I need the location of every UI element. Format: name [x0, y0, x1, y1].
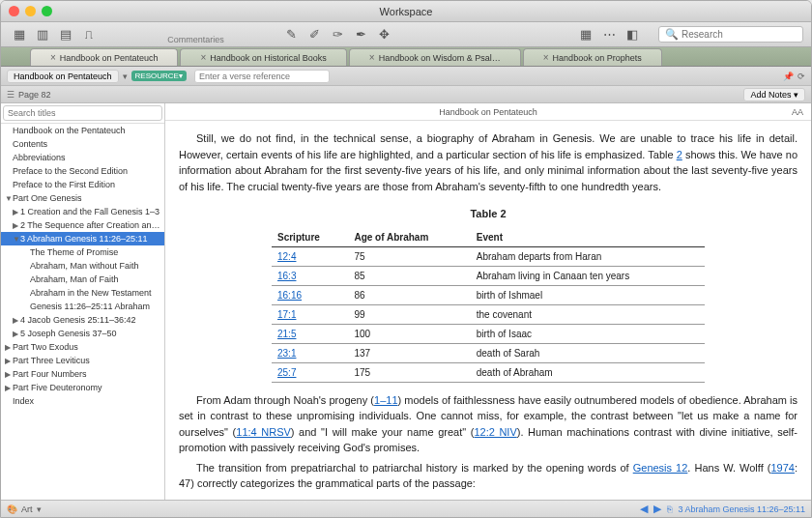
scripture-link[interactable]: 12:2 NIV	[474, 426, 516, 438]
sidebar-item[interactable]: ▶1 Creation and the Fall Genesis 1–3	[1, 205, 164, 218]
sidebar-item[interactable]: ▶5 Joseph Genesis 37–50	[1, 327, 164, 340]
bookmark-icon[interactable]: ⎘	[667, 504, 672, 514]
new-note-button[interactable]: ▦	[9, 25, 30, 44]
page-label: Page 82	[18, 90, 51, 100]
close-window-button[interactable]	[9, 6, 19, 16]
podium-button[interactable]: ⎍	[78, 25, 100, 44]
table-row: 23:1137death of Sarah	[272, 343, 705, 362]
search-icon: 🔍	[665, 28, 679, 41]
highlight-button[interactable]: ✑	[327, 25, 348, 44]
sidebar-item[interactable]: Abbreviations	[1, 151, 164, 164]
sidebar-item-label: 5 Joseph Genesis 37–50	[20, 329, 117, 338]
content-body[interactable]: Still, we do not find, in the technical …	[165, 121, 811, 500]
sidebar-item[interactable]: Abraham in the New Testament	[1, 286, 164, 300]
tree-arrow-icon[interactable]: ▼	[13, 235, 20, 244]
minimize-window-button[interactable]	[25, 6, 36, 16]
text-size-control[interactable]: AA	[792, 107, 803, 117]
chevron-down-icon[interactable]: ▾	[37, 504, 42, 514]
tree-arrow-icon[interactable]: ▶	[13, 330, 20, 338]
status-location[interactable]: 3 Abraham Genesis 11:26–25:11	[678, 504, 805, 514]
sidebar-item[interactable]: ▼Part One Genesis	[1, 191, 164, 205]
scripture-link[interactable]: 16:16	[277, 290, 302, 301]
tab-label: Handbook on Historical Books	[210, 53, 327, 63]
tab[interactable]: ×Handbook on Wisdom & Psal…	[349, 48, 521, 66]
tab[interactable]: ×Handbook on Historical Books	[180, 48, 346, 66]
scripture-link[interactable]: 12:4	[277, 251, 296, 262]
tab[interactable]: ×Handbook on Pentateuch	[30, 48, 178, 66]
scripture-link[interactable]: 1–11	[374, 394, 397, 406]
nav-prev-button[interactable]: ◀	[640, 503, 648, 515]
tree-arrow-icon[interactable]: ▶	[5, 343, 13, 352]
sync-icon[interactable]: ⟳	[798, 72, 805, 81]
library-button[interactable]: ▥	[32, 25, 53, 44]
sidebar-item-label: Index	[13, 396, 34, 406]
scripture-link[interactable]: 16:3	[277, 271, 296, 281]
tree-arrow-icon[interactable]: ▶	[5, 357, 13, 365]
sidebar-item[interactable]: Genesis 11:26–25:11 Abraham	[1, 300, 164, 313]
close-icon[interactable]: ×	[200, 52, 206, 63]
close-icon[interactable]: ×	[369, 52, 375, 63]
tab-bar: ×Handbook on Pentateuch×Handbook on Hist…	[1, 47, 811, 67]
sidebar-item-label: Abraham, Man of Faith	[30, 274, 119, 284]
scripture-link[interactable]: 21:5	[277, 329, 296, 339]
add-notes-button[interactable]: Add Notes ▾	[743, 88, 805, 101]
citation-link[interactable]: 1974	[770, 462, 794, 474]
tree-arrow-icon[interactable]: ▶	[13, 316, 20, 325]
sidebar-item[interactable]: ▶4 Jacob Genesis 25:11–36:42	[1, 313, 164, 327]
calendar-button[interactable]: ▤	[55, 25, 76, 44]
sidebar-item-label: 3 Abraham Genesis 11:26–25:11	[20, 234, 148, 244]
tree-arrow-icon[interactable]: ▼	[5, 194, 13, 203]
clip-button[interactable]: ✒	[350, 25, 371, 44]
resource-badge[interactable]: RESOURCE▾	[131, 71, 187, 81]
sidebar-item-label: Preface to the Second Edition	[13, 166, 128, 176]
scripture-link[interactable]: 25:7	[277, 367, 296, 378]
tree-arrow-icon[interactable]: ▶	[5, 384, 13, 392]
scripture-link[interactable]: 23:1	[277, 348, 296, 359]
sidebar-item[interactable]: ▶Part Three Leviticus	[1, 354, 164, 367]
nav-next-button[interactable]: ▶	[653, 503, 661, 515]
sidebar-item[interactable]: Contents	[1, 137, 164, 151]
close-icon[interactable]: ×	[50, 52, 56, 63]
view-button[interactable]: ▦	[575, 25, 596, 44]
sidebar-item[interactable]: ▶2 The Sequence after Creation and t…	[1, 218, 164, 232]
sidebar-list[interactable]: Handbook on the PentateuchContentsAbbrev…	[1, 124, 164, 500]
scripture-link[interactable]: 11:4 NRSV	[236, 426, 291, 438]
table-row: 21:5100birth of Isaac	[272, 324, 705, 343]
table-title: Table 2	[179, 206, 798, 222]
tree-arrow-icon[interactable]: ▶	[13, 208, 20, 216]
content-header: Handbook on Pentateuch AA	[165, 103, 811, 121]
scripture-link[interactable]: 17:1	[277, 309, 296, 320]
art-icon[interactable]: 🎨	[7, 504, 17, 514]
edit-button[interactable]: ✎	[280, 25, 302, 44]
close-icon[interactable]: ×	[543, 52, 549, 63]
zoom-window-button[interactable]	[42, 6, 52, 16]
sidebar-item[interactable]: ▶Part Four Numbers	[1, 367, 164, 381]
sidebar-item[interactable]: Handbook on the Pentateuch	[1, 124, 164, 137]
sidebar-item[interactable]: ▶Part Five Deuteronomy	[1, 381, 164, 394]
table-row: 17:199the covenant	[272, 304, 705, 324]
search-box[interactable]: 🔍	[658, 26, 803, 43]
sidebar-search-input[interactable]	[3, 105, 162, 121]
sidebar-item[interactable]: Abraham, Man without Faith	[1, 259, 164, 273]
sidebar-item[interactable]: ▶Part Two Exodus	[1, 340, 164, 354]
annotate-button[interactable]: ✐	[304, 25, 325, 44]
verse-reference-input[interactable]	[194, 70, 330, 83]
sidebar-item[interactable]: Preface to the Second Edition	[1, 164, 164, 178]
list-icon[interactable]: ☰	[7, 90, 14, 100]
move-icon[interactable]: ✥	[373, 25, 394, 44]
sidebar-item[interactable]: The Theme of Promise	[1, 245, 164, 259]
breadcrumb-title[interactable]: Handbook on Pentateuch	[7, 70, 119, 83]
chevron-down-icon[interactable]: ▾	[123, 72, 128, 81]
sidebar-item[interactable]: Index	[1, 394, 164, 408]
pin-icon[interactable]: 📌	[783, 72, 794, 81]
tree-arrow-icon[interactable]: ▶	[5, 370, 13, 379]
sidebar-item[interactable]: Preface to the First Edition	[1, 178, 164, 191]
settings-button[interactable]: ◧	[622, 25, 643, 44]
tree-arrow-icon[interactable]: ▶	[13, 221, 20, 230]
tab[interactable]: ×Handbook on Prophets	[523, 48, 662, 66]
scripture-link[interactable]: Genesis 12	[633, 462, 688, 474]
sidebar-item[interactable]: Abraham, Man of Faith	[1, 273, 164, 286]
sidebar-item[interactable]: ▼3 Abraham Genesis 11:26–25:11	[1, 232, 164, 245]
search-input[interactable]	[682, 29, 797, 40]
more-button[interactable]: ⋯	[598, 25, 620, 44]
